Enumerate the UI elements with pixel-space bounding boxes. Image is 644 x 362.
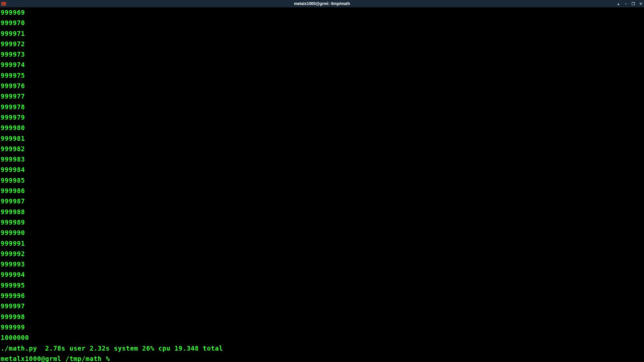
output-line: 999986 (1, 186, 643, 196)
maximize-icon[interactable]: ❐ (631, 2, 635, 6)
titlebar-controls: ▴ – ❐ ✕ (616, 2, 643, 6)
output-line: 999971 (1, 28, 643, 39)
output-line: 999977 (1, 91, 643, 102)
output-line: 999981 (1, 133, 643, 144)
output-line: 999993 (1, 259, 643, 269)
output-line: 999975 (1, 70, 643, 81)
output-line: 999983 (1, 154, 643, 165)
cursor (110, 355, 114, 362)
shade-icon[interactable]: ▴ (616, 2, 621, 6)
output-line: 999973 (1, 49, 643, 60)
output-line: 999989 (1, 217, 643, 228)
output-line: 999980 (1, 123, 643, 133)
output-line: 999984 (1, 165, 643, 175)
output-line: 1000000 (1, 333, 643, 343)
minimize-icon[interactable]: – (624, 2, 628, 6)
terminal-output: 9999699999709999719999729999739999749999… (1, 7, 643, 343)
output-line: 999990 (1, 228, 643, 238)
titlebar-left (1, 2, 6, 6)
output-line: 999976 (1, 81, 643, 91)
prompt-line: metalx1000@grml /tmp/math % (1, 354, 643, 362)
prompt-path: /tmp/math (61, 355, 106, 362)
output-line: 999974 (1, 60, 643, 70)
output-line: 999999 (1, 322, 643, 333)
terminal-area[interactable]: 9999699999709999719999729999739999749999… (0, 7, 644, 362)
output-line: 999992 (1, 249, 643, 259)
window-titlebar: metalx1000@grml: /tmp/math ▴ – ❐ ✕ (0, 0, 644, 7)
window-title: metalx1000@grml: /tmp/math (294, 1, 350, 6)
close-icon[interactable]: ✕ (639, 2, 643, 6)
output-line: 999994 (1, 269, 643, 280)
output-line: 999997 (1, 301, 643, 311)
output-line: 999988 (1, 207, 643, 217)
output-line: 999972 (1, 39, 643, 49)
output-line: 999970 (1, 18, 643, 28)
prompt-host: grml (45, 355, 61, 362)
output-line: 999978 (1, 102, 643, 112)
output-line: 999969 (1, 7, 643, 18)
output-line: 999991 (1, 238, 643, 249)
prompt-at: @ (41, 355, 45, 362)
prompt-symbol: % (106, 355, 110, 362)
output-line: 999996 (1, 291, 643, 301)
timing-output: ./math.py 2.78s user 2.32s system 26% cp… (1, 343, 643, 354)
output-line: 999985 (1, 175, 643, 186)
output-line: 999998 (1, 312, 643, 322)
prompt-user: metalx1000 (1, 355, 41, 362)
output-line: 999987 (1, 196, 643, 206)
output-line: 999995 (1, 280, 643, 291)
output-line: 999979 (1, 112, 643, 123)
output-line: 999982 (1, 144, 643, 154)
terminal-app-icon (1, 2, 6, 6)
